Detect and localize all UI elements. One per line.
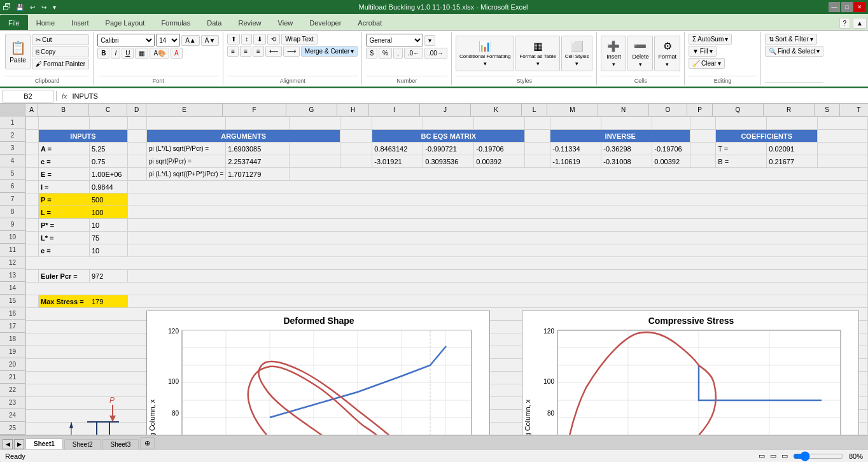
delete-btn[interactable]: ➖ Delete ▾ (627, 36, 653, 71)
cell-R3[interactable]: 0.02091 (767, 143, 818, 155)
cell-S2[interactable] (818, 130, 868, 143)
zoom-slider[interactable] (793, 451, 844, 461)
cell-A11[interactable] (26, 244, 39, 257)
cell-G1[interactable] (290, 117, 340, 130)
format-as-table-btn[interactable]: ▦ Format as Table ▾ (515, 36, 559, 71)
cell-L3[interactable] (525, 143, 550, 155)
cell-C8[interactable]: 100 (90, 206, 128, 219)
cell-B8[interactable]: L = (39, 206, 90, 219)
cell-P1[interactable] (690, 117, 716, 130)
row-header-15[interactable]: 15 (0, 295, 25, 307)
cell-D6[interactable] (128, 181, 868, 193)
cell-A8[interactable] (26, 206, 39, 219)
cell-M3[interactable]: -0.11334 (550, 143, 601, 155)
cell-B4[interactable]: c = (39, 155, 90, 168)
cell-B3[interactable]: A = (39, 143, 90, 155)
tab-view[interactable]: View (270, 15, 302, 30)
col-header-F[interactable]: F (223, 104, 286, 116)
row-header-4[interactable]: 4 (0, 155, 25, 167)
clear-btn[interactable]: 🧹 Clear ▾ (689, 58, 725, 69)
sheet-tab-3[interactable]: Sheet3 (102, 439, 139, 449)
cell-D4[interactable] (128, 155, 147, 168)
comma-btn[interactable]: , (393, 48, 403, 59)
row-header-2[interactable]: 2 (0, 129, 25, 142)
layout-pagebreak-icon[interactable]: ▭ (781, 452, 788, 460)
cell-N1[interactable] (601, 117, 652, 130)
sheet-tab-1[interactable]: Sheet1 (25, 438, 63, 449)
borders-button[interactable]: ▦ (135, 48, 148, 59)
col-header-O[interactable]: O (649, 104, 687, 116)
sheet-tab-2[interactable]: Sheet2 (64, 439, 101, 449)
col-header-N[interactable]: N (598, 104, 649, 116)
tab-home[interactable]: Home (28, 15, 63, 30)
cell-L4[interactable] (525, 155, 550, 168)
orientation-btn[interactable]: ⟲ (267, 34, 280, 45)
add-sheet-btn[interactable]: ⊕ (140, 437, 155, 449)
cell-B11[interactable]: e = (39, 244, 90, 257)
tab-formulas[interactable]: Formulas (153, 15, 199, 30)
cell-F1[interactable] (226, 117, 290, 130)
cell-L2[interactable] (525, 130, 550, 143)
format-btn[interactable]: ⚙ Format ▾ (654, 36, 680, 71)
increase-indent-btn[interactable]: ⟶ (283, 46, 300, 57)
formula-input[interactable]: INPUTS (70, 90, 865, 102)
cell-H4[interactable] (340, 155, 372, 168)
row-header-19[interactable]: 19 (0, 346, 25, 358)
cell-A9[interactable] (26, 219, 39, 232)
undo-quick-btn[interactable]: ↩ (28, 3, 37, 11)
increase-font-btn[interactable]: A▲ (181, 35, 200, 46)
cell-O3[interactable]: -0.19706 (652, 143, 690, 155)
align-left-btn[interactable]: ≡ (227, 46, 239, 57)
cell-A15[interactable] (26, 295, 39, 308)
customize-quick-btn[interactable]: ▾ (51, 3, 58, 11)
sort-filter-btn[interactable]: ⇅ Sort & Filter ▾ (765, 34, 817, 45)
col-header-D[interactable]: D (127, 104, 146, 116)
cell-R1[interactable] (767, 117, 818, 130)
cell-I4[interactable]: -3.01921 (372, 155, 423, 168)
save-quick-btn[interactable]: 💾 (14, 3, 25, 11)
row-header-3[interactable]: 3 (0, 142, 25, 155)
row-header-6[interactable]: 6 (0, 180, 25, 193)
row-header-10[interactable]: 10 (0, 231, 25, 244)
row-header-14[interactable]: 14 (0, 282, 25, 295)
cell-S4[interactable] (818, 155, 868, 168)
align-middle-btn[interactable]: ↕ (241, 34, 252, 45)
decrease-decimal-btn[interactable]: .0← (404, 48, 423, 59)
row-header-13[interactable]: 13 (0, 269, 25, 282)
cell-D3[interactable] (128, 143, 147, 155)
row-header-21[interactable]: 21 (0, 371, 25, 384)
cell-styles-btn[interactable]: ⬜ Cell Styles ▾ (561, 36, 593, 71)
cell-B1[interactable] (39, 117, 90, 130)
cell-A10[interactable] (26, 232, 39, 244)
cell-G5[interactable] (290, 168, 868, 181)
cell-K1[interactable] (474, 117, 525, 130)
cell-row14[interactable] (26, 283, 868, 295)
cell-C13[interactable]: 972 (90, 270, 128, 283)
cell-N4[interactable]: -0.31008 (601, 155, 652, 168)
align-bottom-btn[interactable]: ⬇ (253, 34, 266, 45)
cell-B7[interactable]: P = (39, 193, 90, 206)
cell-D10[interactable] (128, 232, 868, 244)
cell-D2[interactable] (128, 130, 147, 143)
row-header-23[interactable]: 23 (0, 396, 25, 409)
cell-Q4[interactable]: B = (716, 155, 767, 168)
layout-normal-icon[interactable]: ▭ (759, 452, 765, 460)
autosum-btn[interactable]: Σ AutoSum ▾ (689, 34, 732, 45)
row-header-9[interactable]: 9 (0, 218, 25, 231)
tab-insert[interactable]: Insert (63, 15, 97, 30)
paste-button[interactable]: 📋 Paste (5, 34, 31, 69)
bold-button[interactable]: B (97, 48, 109, 59)
cell-F4[interactable]: 2.2537447 (226, 155, 290, 168)
cell-C15[interactable]: 179 (90, 295, 128, 308)
cell-C5[interactable]: 1.00E+06 (90, 168, 128, 181)
underline-button[interactable]: U (122, 48, 134, 59)
decrease-indent-btn[interactable]: ⟵ (265, 46, 282, 57)
cell-C11[interactable]: 10 (90, 244, 128, 257)
fill-color-button[interactable]: A🎨 (150, 48, 169, 59)
align-right-btn[interactable]: ≡ (253, 46, 264, 57)
cell-C10[interactable]: 75 (90, 232, 128, 244)
cell-O1[interactable] (652, 117, 690, 130)
cell-P4[interactable] (690, 155, 716, 168)
cell-B2[interactable]: INPUTS (39, 130, 128, 143)
cell-L1[interactable] (525, 117, 550, 130)
